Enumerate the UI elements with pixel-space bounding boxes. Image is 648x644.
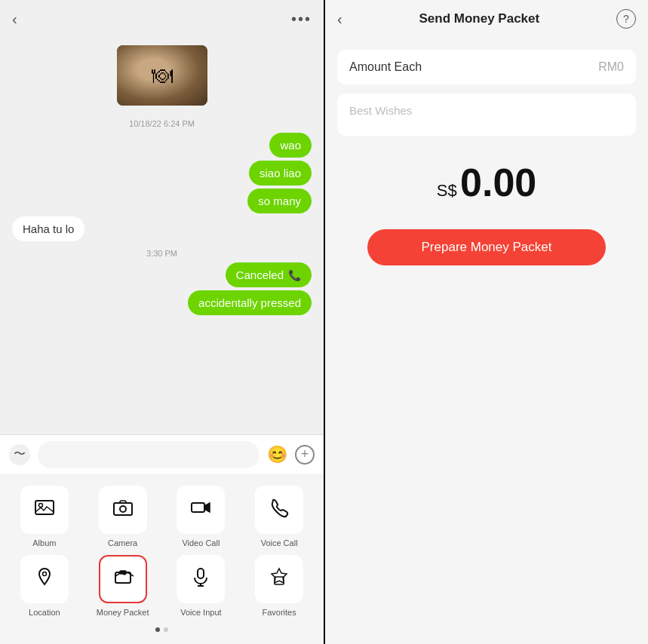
voice-wave-button[interactable]: 〜 <box>9 444 30 465</box>
action-row-2: Location Money Packet <box>9 555 315 617</box>
right-back-button[interactable]: ‹ <box>337 11 342 28</box>
input-area: 〜 😊 + <box>0 434 324 474</box>
bubble-wao: wao <box>269 133 312 158</box>
add-button[interactable]: + <box>295 445 315 465</box>
location-label: Location <box>29 608 60 617</box>
album-label: Album <box>32 538 56 547</box>
voice-call-icon-box <box>255 486 303 534</box>
right-panel: ‹ Send Money Packet ? Amount Each RM0 Be… <box>325 0 648 644</box>
right-content: Amount Each RM0 Best Wishes S$ 0.00 Prep… <box>325 38 648 644</box>
voice-input-label: Voice Input <box>180 608 221 617</box>
action-camera[interactable]: Camera <box>88 486 158 547</box>
action-voice-input[interactable]: Voice Input <box>166 555 237 617</box>
album-icon <box>34 497 55 523</box>
amount-value: 0.00 <box>460 161 536 204</box>
chat-area: 10/18/22 6:24 PM wao siao liao so many H… <box>0 38 324 434</box>
amount-display: S$ 0.00 <box>337 145 636 220</box>
bubble-accidentally: accidentally pressed <box>188 290 312 315</box>
message-input[interactable] <box>38 441 260 468</box>
message-row: siao liao <box>12 161 312 186</box>
favorites-icon <box>269 566 290 592</box>
money-packet-label: Money Packet <box>97 608 149 617</box>
bubble-canceled: Canceled 📞 <box>226 262 312 287</box>
message-row: Canceled 📞 <box>12 262 312 287</box>
money-packet-icon <box>112 566 134 592</box>
message-row: so many <box>12 189 312 213</box>
voice-call-label: Voice Call <box>261 538 298 547</box>
album-icon-box <box>20 486 69 534</box>
camera-icon <box>112 497 134 523</box>
right-header: ‹ Send Money Packet ? <box>325 0 648 38</box>
video-call-icon <box>190 497 211 523</box>
favorites-icon-box <box>255 555 303 603</box>
page-dots <box>9 624 315 638</box>
money-packet-icon-box <box>99 555 147 603</box>
prepare-money-packet-button[interactable]: Prepare Money Packet <box>367 229 607 265</box>
dot-2 <box>164 627 168 632</box>
message-row: Haha tu lo <box>12 216 312 241</box>
amount-each-value: RM0 <box>598 60 624 74</box>
voice-input-icon-box <box>177 555 225 603</box>
svg-rect-0 <box>35 501 54 514</box>
action-grid: Album Camera <box>0 474 324 644</box>
wave-icon: 〜 <box>14 446 26 462</box>
svg-rect-2 <box>114 503 132 515</box>
dot-1 <box>155 627 160 632</box>
svg-rect-4 <box>192 503 204 512</box>
amount-each-field[interactable]: Amount Each RM0 <box>337 50 636 84</box>
timestamp-2: 3:30 PM <box>12 249 312 258</box>
message-row: accidentally pressed <box>12 290 312 315</box>
location-icon-box <box>20 555 69 603</box>
left-header: ‹ ••• <box>0 0 324 38</box>
video-call-label: Video Call <box>182 538 220 547</box>
svg-point-5 <box>42 572 46 576</box>
phone-icon: 📞 <box>288 269 301 281</box>
action-voice-call[interactable]: Voice Call <box>244 486 315 547</box>
favorites-label: Favorites <box>263 608 296 617</box>
location-icon <box>34 566 55 592</box>
amount-each-label: Amount Each <box>349 60 422 74</box>
currency-symbol: S$ <box>437 181 457 200</box>
svg-point-1 <box>38 504 42 508</box>
action-money-packet[interactable]: Money Packet <box>88 555 158 617</box>
left-panel: ‹ ••• 10/18/22 6:24 PM wao siao liao so … <box>0 0 324 644</box>
emoji-button[interactable]: 😊 <box>267 445 287 465</box>
phone-call-icon <box>269 497 290 523</box>
canceled-text: Canceled <box>236 268 284 281</box>
left-back-button[interactable]: ‹ <box>12 11 17 28</box>
action-video-call[interactable]: Video Call <box>166 486 237 547</box>
bubble-siao-liao: siao liao <box>249 161 312 186</box>
more-options-button[interactable]: ••• <box>291 11 312 28</box>
bubble-haha: Haha tu lo <box>12 216 84 241</box>
wishes-field[interactable]: Best Wishes <box>337 94 636 136</box>
help-button[interactable]: ? <box>616 9 636 29</box>
action-favorites[interactable]: Favorites <box>244 555 315 617</box>
svg-point-3 <box>120 506 126 512</box>
right-panel-title: Send Money Packet <box>419 11 540 26</box>
camera-label: Camera <box>108 538 137 547</box>
wishes-placeholder: Best Wishes <box>349 104 412 117</box>
svg-rect-8 <box>198 569 204 578</box>
timestamp-1: 10/18/22 6:24 PM <box>12 119 312 128</box>
svg-rect-7 <box>120 571 126 574</box>
food-image <box>117 45 207 106</box>
microphone-icon <box>190 566 211 592</box>
message-row: wao <box>12 133 312 158</box>
camera-icon-box <box>99 486 147 534</box>
bubble-so-many: so many <box>247 189 312 213</box>
video-call-icon-box <box>177 486 225 534</box>
action-location[interactable]: Location <box>9 555 80 617</box>
action-row-1: Album Camera <box>9 486 315 547</box>
action-album[interactable]: Album <box>9 486 80 547</box>
